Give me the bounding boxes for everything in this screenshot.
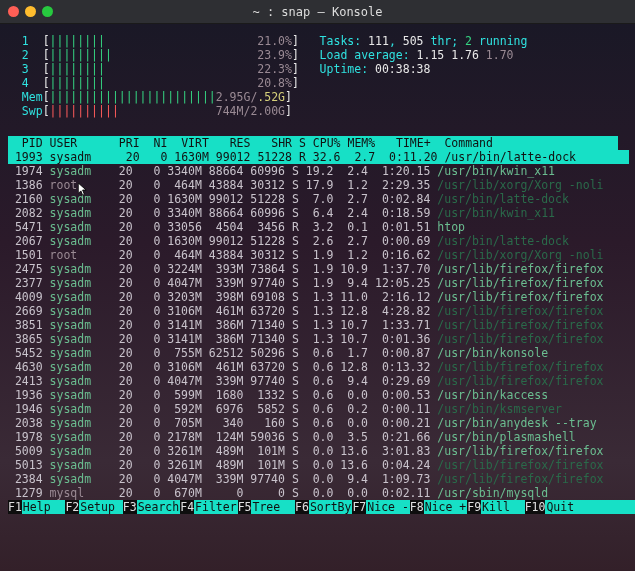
table-row[interactable]: 5452 sysadm 20 0 755M 62512 50296 S 0.6 … bbox=[8, 346, 629, 360]
cursor-icon bbox=[78, 183, 89, 197]
footer-action[interactable]: Search bbox=[137, 500, 181, 514]
table-row[interactable]: 3865 sysadm 20 0 3141M 386M 71340 S 1.3 … bbox=[8, 332, 629, 346]
table-row[interactable]: 2377 sysadm 20 0 4047M 339M 97740 S 1.9 … bbox=[8, 276, 629, 290]
uptime-label: Uptime: bbox=[320, 62, 368, 76]
thr-count: 505 bbox=[403, 34, 424, 48]
table-row[interactable]: 2669 sysadm 20 0 3106M 461M 63720 S 1.3 … bbox=[8, 304, 629, 318]
table-row[interactable]: 5009 sysadm 20 0 3261M 489M 101M S 0.0 1… bbox=[8, 444, 629, 458]
footer-bar: F1Help F2Setup F3SearchF4FilterF5Tree F6… bbox=[8, 500, 629, 514]
fkey: F6 bbox=[295, 500, 309, 514]
window-title: ~ : snap — Konsole bbox=[0, 5, 635, 19]
fkey: F8 bbox=[410, 500, 424, 514]
la1: 1.15 bbox=[417, 48, 445, 62]
footer-action[interactable]: Filter bbox=[194, 500, 238, 514]
footer-action[interactable]: Nice - bbox=[366, 500, 410, 514]
konsole-window: ~ : snap — Konsole 1 [|||||||| 21.0%] Ta… bbox=[0, 0, 635, 571]
swp-used: 744M bbox=[216, 104, 244, 118]
table-row[interactable]: 1974 sysadm 20 0 3340M 88664 60996 S 19.… bbox=[8, 164, 629, 178]
cpu2-pct: 23.9% bbox=[257, 48, 292, 62]
fkey: F10 bbox=[525, 500, 546, 514]
table-row[interactable]: 2413 sysadm 20 0 4047M 339M 97740 S 0.6 … bbox=[8, 374, 629, 388]
fkey: F4 bbox=[180, 500, 194, 514]
table-row[interactable]: 2038 sysadm 20 0 705M 340 160 S 0.6 0.0 … bbox=[8, 416, 629, 430]
footer-action[interactable]: Nice + bbox=[424, 500, 468, 514]
fkey: F3 bbox=[123, 500, 137, 514]
swp-total: 2.00G bbox=[250, 104, 285, 118]
cpu4-pct: 20.8% bbox=[257, 76, 292, 90]
la3: 1.70 bbox=[486, 48, 514, 62]
summary-block: 1 [|||||||| 21.0%] Tasks: 111, 505 thr; … bbox=[8, 34, 629, 118]
fkey: F7 bbox=[352, 500, 366, 514]
cpu1-pct: 21.0% bbox=[257, 34, 292, 48]
selected-row[interactable]: 1993 sysadm 20 0 1630M 99012 51228 R 32.… bbox=[8, 150, 629, 164]
table-row[interactable]: 1978 sysadm 20 0 2178M 124M 59036 S 0.0 … bbox=[8, 430, 629, 444]
mem-used: 2.95G bbox=[216, 90, 251, 104]
la2: 1.76 bbox=[451, 48, 479, 62]
table-row[interactable]: 1946 sysadm 20 0 592M 6976 5852 S 0.6 0.… bbox=[8, 402, 629, 416]
table-row[interactable]: 2475 sysadm 20 0 3224M 393M 73864 S 1.9 … bbox=[8, 262, 629, 276]
table-row[interactable]: 2384 sysadm 20 0 4047M 339M 97740 S 0.0 … bbox=[8, 472, 629, 486]
uptime: 00:38:38 bbox=[375, 62, 430, 76]
fkey: F2 bbox=[65, 500, 79, 514]
table-row[interactable]: 4630 sysadm 20 0 3106M 461M 63720 S 0.6 … bbox=[8, 360, 629, 374]
header-row[interactable]: PID USER PRI NI VIRT RES SHR S CPU% MEM%… bbox=[8, 136, 629, 150]
table-row[interactable]: 1501 root 20 0 464M 43884 30312 S 1.9 1.… bbox=[8, 248, 629, 262]
titlebar[interactable]: ~ : snap — Konsole bbox=[0, 0, 635, 24]
footer-action[interactable]: Kill bbox=[481, 500, 525, 514]
loadavg-label: Load average: bbox=[320, 48, 410, 62]
tasks-label: Tasks: bbox=[320, 34, 362, 48]
fkey: F1 bbox=[8, 500, 22, 514]
swp-label: Swp bbox=[22, 104, 43, 118]
fkey: F5 bbox=[238, 500, 252, 514]
footer-action[interactable]: Help bbox=[22, 500, 66, 514]
table-row[interactable]: 4009 sysadm 20 0 3203M 398M 69108 S 1.3 … bbox=[8, 290, 629, 304]
table-row[interactable]: 1279 mysql 20 0 670M 0 0 S 0.0 0.0 0:02.… bbox=[8, 486, 629, 500]
fkey: F9 bbox=[467, 500, 481, 514]
running-count: 2 bbox=[465, 34, 472, 48]
cpu3-pct: 22.3% bbox=[257, 62, 292, 76]
mem-slab: .52G bbox=[257, 90, 285, 104]
footer-action[interactable]: Quit bbox=[545, 500, 589, 514]
mem-label: Mem bbox=[22, 90, 43, 104]
footer-action[interactable]: SortBy bbox=[309, 500, 353, 514]
table-row[interactable]: 3851 sysadm 20 0 3141M 386M 71340 S 1.3 … bbox=[8, 318, 629, 332]
terminal-area[interactable]: 1 [|||||||| 21.0%] Tasks: 111, 505 thr; … bbox=[0, 24, 635, 571]
footer-action[interactable]: Setup bbox=[79, 500, 123, 514]
process-list[interactable]: 1974 sysadm 20 0 3340M 88664 60996 S 19.… bbox=[8, 164, 629, 500]
table-row[interactable]: 2067 sysadm 20 0 1630M 99012 51228 S 2.6… bbox=[8, 234, 629, 248]
footer-action[interactable]: Tree bbox=[251, 500, 295, 514]
table-row[interactable]: 1386 root 20 0 464M 43884 30312 S 17.9 1… bbox=[8, 178, 629, 192]
table-row[interactable]: 2160 sysadm 20 0 1630M 99012 51228 S 7.0… bbox=[8, 192, 629, 206]
table-row[interactable]: 5471 sysadm 20 0 33056 4504 3456 R 3.2 0… bbox=[8, 220, 629, 234]
table-row[interactable]: 1936 sysadm 20 0 599M 1680 1332 S 0.6 0.… bbox=[8, 388, 629, 402]
tasks-count: 111 bbox=[368, 34, 389, 48]
table-row[interactable]: 5013 sysadm 20 0 3261M 489M 101M S 0.0 1… bbox=[8, 458, 629, 472]
table-row[interactable]: 2082 sysadm 20 0 3340M 88664 60996 S 6.4… bbox=[8, 206, 629, 220]
